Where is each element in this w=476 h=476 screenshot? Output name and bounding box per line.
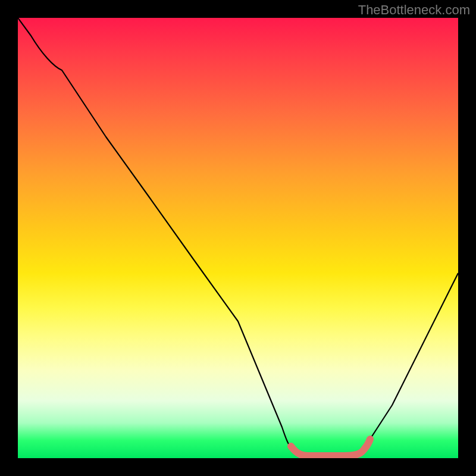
- curve-svg: [18, 18, 458, 458]
- chart-container: TheBottleneck.com: [0, 0, 476, 476]
- bottleneck-curve-path: [18, 18, 458, 456]
- watermark-text: TheBottleneck.com: [358, 2, 470, 18]
- optimal-range-marker-path: [291, 439, 370, 456]
- plot-area: [18, 18, 458, 458]
